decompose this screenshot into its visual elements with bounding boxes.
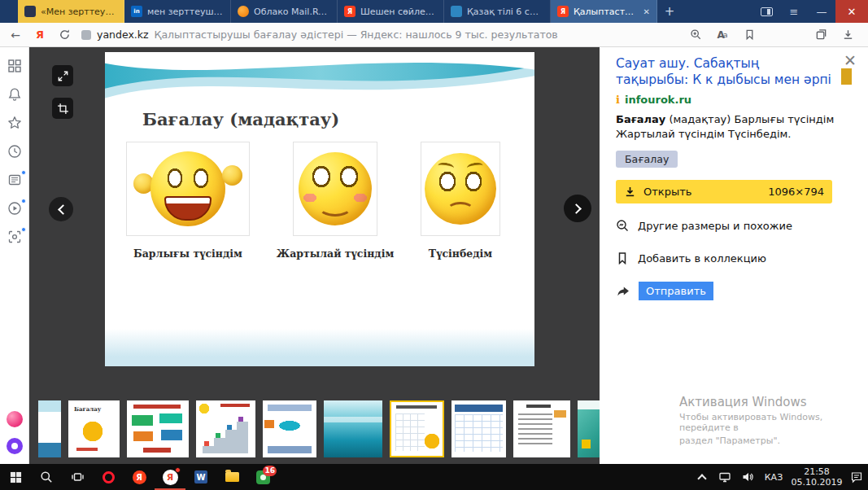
opera-icon[interactable] — [93, 464, 124, 490]
yandex-browser-icon[interactable]: Я — [155, 464, 185, 490]
task-view-icon[interactable] — [62, 464, 93, 490]
thumbnail-10[interactable] — [578, 400, 600, 457]
add-to-collection-label[interactable]: Добавить в коллекцию — [638, 252, 766, 265]
chevron-right-icon — [571, 203, 582, 214]
thumbnail-9[interactable] — [513, 400, 570, 457]
thumbnail-5[interactable] — [263, 400, 316, 457]
share-row[interactable]: Отправить — [616, 280, 852, 301]
page-accent-fragment — [841, 68, 852, 85]
related-tag-chip[interactable]: Бағалау — [616, 151, 678, 168]
open-image-button[interactable]: Открыть 1096×794 — [616, 180, 832, 203]
windows-activation-watermark: Активация Windows Чтобы активировать Win… — [679, 395, 847, 446]
history-clock-icon[interactable] — [7, 144, 22, 159]
clock-time: 21:58 — [788, 466, 845, 477]
notification-dot — [21, 170, 26, 175]
smiley-happy-image — [126, 142, 250, 236]
panel-rect-icon — [761, 7, 773, 16]
result-title-link[interactable]: Сауат ашу. Сабақтың тақырыбы: К к дыбысы… — [616, 55, 834, 88]
screenshot-capture-icon[interactable] — [7, 230, 22, 244]
messenger-icon[interactable] — [7, 411, 23, 427]
prev-image-button[interactable] — [49, 197, 73, 221]
slide-bottom-decoration — [105, 329, 534, 366]
menu-icon[interactable]: ≡ — [780, 0, 808, 23]
notification-dot — [21, 199, 26, 203]
network-icon[interactable] — [713, 464, 736, 490]
feed-panel-icon[interactable] — [7, 173, 22, 187]
tab-kazak-tili[interactable]: Қазақ тілі 6 сынып. — [444, 0, 551, 23]
word-icon[interactable]: W — [185, 464, 216, 490]
source-site-link[interactable]: infourok.ru — [625, 94, 691, 106]
messenger-app-icon[interactable]: 16 — [247, 464, 278, 490]
open-label: Открыть — [643, 186, 691, 198]
site-favicon: і — [616, 94, 620, 106]
tray-expand-icon[interactable] — [691, 464, 713, 490]
action-center-icon[interactable] — [845, 464, 868, 490]
crop-button[interactable] — [52, 98, 73, 119]
caret-up-icon — [697, 474, 706, 483]
back-icon[interactable]: ← — [8, 28, 23, 42]
tab-linkedin[interactable]: in мен зерттеушимин — [124, 0, 231, 23]
browser-window: «Мен зерттеушімін» in мен зерттеушимин О… — [0, 0, 868, 490]
apps-grid-icon[interactable] — [7, 59, 22, 73]
downloads-icon[interactable] — [840, 28, 855, 41]
close-window-icon[interactable]: ✕ — [835, 0, 868, 23]
smiley-column: Түсінбедім — [421, 142, 500, 260]
add-to-collection-row[interactable]: Добавить в коллекцию — [616, 247, 852, 269]
alice-assistant-icon[interactable] — [7, 438, 23, 454]
thumbnail-8[interactable] — [451, 400, 506, 457]
tab-bar: «Мен зерттеушімін» in мен зерттеушимин О… — [0, 0, 868, 23]
address-bar: ← Я yandex.kz Қалыптастырушы бағалау әді… — [0, 23, 868, 47]
tab-men-zertteushimin[interactable]: «Мен зерттеушімін» — [18, 0, 124, 23]
thumbnail-4[interactable] — [196, 400, 255, 457]
tab-kalyptastyrushy-active[interactable]: Я Қалыптастырушы ✕ — [551, 0, 657, 23]
collections-icon[interactable] — [813, 28, 828, 41]
expand-fullscreen-button[interactable] — [52, 65, 73, 86]
language-indicator[interactable]: КАЗ — [759, 472, 788, 483]
smiley-label: Жартылай түсіндім — [277, 247, 395, 260]
volume-icon[interactable] — [736, 464, 759, 490]
send-button[interactable]: Отправить — [639, 282, 713, 300]
next-image-button[interactable] — [564, 195, 591, 222]
system-tray: КАЗ 21:58 05.10.2019 — [691, 464, 868, 490]
tab-label: Қазақ тілі 6 сынып. — [467, 7, 543, 17]
thumbnail-2[interactable]: Бағалау — [68, 400, 120, 457]
new-tab-button[interactable]: + — [657, 0, 682, 23]
bookmark-icon[interactable] — [742, 28, 757, 41]
thumbnail-3[interactable] — [127, 400, 189, 457]
yandex-app-icon[interactable]: Я — [124, 464, 155, 490]
image-size: 1096×794 — [768, 186, 824, 198]
share-arrow-icon — [616, 284, 630, 298]
smiley-eyebrow — [466, 162, 483, 173]
taskbar-search-icon[interactable] — [31, 464, 62, 490]
similar-sizes-label[interactable]: Другие размеры и похожие — [638, 220, 792, 232]
slide-image[interactable]: Бағалау (мадақтау) Барлығы түсіндім Жарт… — [105, 52, 534, 366]
start-button[interactable] — [0, 464, 31, 490]
thumbnail-7-active[interactable] — [390, 400, 444, 457]
yandex-home-icon[interactable]: Я — [33, 28, 47, 41]
url-box[interactable]: yandex.kz Қалыптастырушы бағалау әдістер… — [81, 28, 678, 41]
smiley-row: Барлығы түсіндім Жартылай түсіндім — [105, 142, 534, 260]
tab-label: «Мен зерттеушімін» — [41, 7, 117, 17]
video-play-icon[interactable] — [7, 201, 22, 216]
tab-close-icon[interactable]: ✕ — [642, 7, 650, 16]
tab-sheshen-soyleu[interactable]: Я Шешен сөйлеудің қ — [338, 0, 444, 23]
side-panel-icon[interactable] — [752, 0, 780, 23]
notification-badge: 16 — [263, 466, 277, 476]
similar-sizes-icon — [616, 219, 629, 232]
file-explorer-icon[interactable] — [216, 464, 247, 490]
favorites-star-icon[interactable] — [7, 116, 22, 130]
minimize-icon[interactable]: — — [808, 0, 835, 23]
notifications-bell-icon[interactable] — [7, 87, 22, 102]
similar-sizes-row[interactable]: Другие размеры и похожие — [616, 215, 852, 236]
thumbnail-1[interactable] — [38, 400, 61, 457]
clock[interactable]: 21:58 05.10.2019 — [788, 466, 845, 488]
tab-label: Шешен сөйлеудің қ — [360, 7, 437, 17]
page-zoom-icon[interactable] — [688, 28, 703, 41]
tab-mailru-cloud[interactable]: Облако Mail.Ru - об — [231, 0, 338, 23]
refresh-icon[interactable] — [57, 28, 72, 41]
thumbnail-6[interactable] — [324, 400, 382, 457]
image-info-panel: ✕ Сауат ашу. Сабақтың тақырыбы: К к дыбы… — [600, 47, 868, 464]
translate-icon[interactable]: Aа — [715, 29, 730, 41]
description-bold: Бағалау — [616, 113, 665, 125]
site-security-icon — [81, 30, 91, 40]
